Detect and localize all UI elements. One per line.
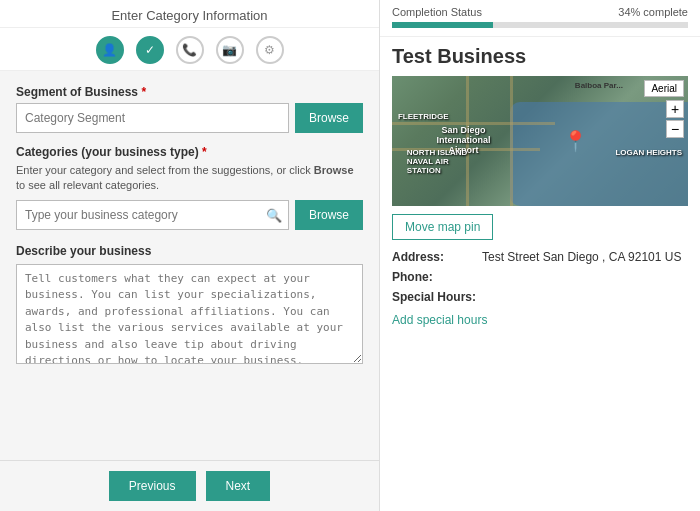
segment-input[interactable]	[16, 103, 289, 133]
progress-bar-bg	[392, 22, 688, 28]
completion-label: Completion Status	[392, 6, 482, 18]
describe-textarea[interactable]	[16, 264, 363, 364]
segment-row: Browse	[16, 103, 363, 133]
progress-bar-wrap	[380, 22, 700, 36]
add-special-hours-link[interactable]: Add special hours	[392, 313, 487, 327]
step-3-symbol: 📞	[182, 43, 197, 57]
address-value: Test Street San Diego , CA 92101 US	[482, 250, 681, 264]
form-content: Segment of Business * Browse Categories …	[0, 71, 379, 460]
business-section: Test Business FLEETRIDGE San DiegoIntern…	[380, 36, 700, 334]
step-3-icon[interactable]: 📞	[176, 36, 204, 64]
business-name: Test Business	[392, 45, 688, 68]
category-search-row: 🔍 Browse	[16, 200, 363, 230]
step-1-icon[interactable]: 👤	[96, 36, 124, 64]
segment-label: Segment of Business *	[16, 85, 363, 99]
progress-bar-fill	[392, 22, 493, 28]
address-row: Address: Test Street San Diego , CA 9210…	[392, 250, 688, 264]
category-search-wrap: 🔍	[16, 200, 289, 230]
categories-label: Categories (your business type) *	[16, 145, 363, 159]
special-hours-row: Special Hours:	[392, 290, 688, 304]
step-4-symbol: 📷	[222, 43, 237, 57]
form-header: Enter Category Information	[0, 0, 379, 28]
map-container[interactable]: FLEETRIDGE San DiegoInternationalAirport…	[392, 76, 688, 206]
category-search-input[interactable]	[16, 200, 289, 230]
left-panel: Enter Category Information 👤 ✓ 📞 📷 ⚙ Seg…	[0, 0, 380, 511]
search-icon: 🔍	[266, 207, 282, 222]
form-footer: Previous Next	[0, 460, 379, 511]
right-panel: Completion Status 34% complete Test Busi…	[380, 0, 700, 511]
map-pin: 📍	[563, 130, 588, 154]
map-label-balboa: Balboa Par...	[575, 81, 623, 90]
category-browse-button[interactable]: Browse	[295, 200, 363, 230]
step-2-symbol: ✓	[145, 43, 155, 57]
step-5-symbol: ⚙	[264, 43, 275, 57]
step-2-icon[interactable]: ✓	[136, 36, 164, 64]
map-zoom-in-button[interactable]: +	[666, 100, 684, 118]
special-hours-key: Special Hours:	[392, 290, 482, 304]
describe-label: Describe your business	[16, 244, 363, 258]
phone-row: Phone:	[392, 270, 688, 284]
map-label-fleetridge: FLEETRIDGE	[398, 112, 449, 121]
phone-key: Phone:	[392, 270, 482, 284]
address-key: Address:	[392, 250, 482, 264]
categories-hint: Enter your category and select from the …	[16, 163, 363, 194]
step-4-icon[interactable]: 📷	[216, 36, 244, 64]
header-title: Enter Category Information	[111, 8, 267, 23]
completion-percent: 34% complete	[618, 6, 688, 18]
previous-button[interactable]: Previous	[109, 471, 196, 501]
step-indicators: 👤 ✓ 📞 📷 ⚙	[0, 28, 379, 71]
map-zoom-out-button[interactable]: −	[666, 120, 684, 138]
map-road-4	[510, 76, 513, 206]
segment-browse-button[interactable]: Browse	[295, 103, 363, 133]
move-pin-button[interactable]: Move map pin	[392, 214, 493, 240]
step-1-symbol: 👤	[102, 43, 117, 57]
completion-section: Completion Status 34% complete	[380, 0, 700, 22]
step-5-icon[interactable]: ⚙	[256, 36, 284, 64]
next-button[interactable]: Next	[206, 471, 271, 501]
map-aerial-button[interactable]: Aerial	[644, 80, 684, 97]
map-label-logan: LOGAN HEIGHTS	[615, 148, 682, 157]
map-label-naval: NORTH ISLANDNAVAL AIRSTATION	[407, 148, 467, 175]
